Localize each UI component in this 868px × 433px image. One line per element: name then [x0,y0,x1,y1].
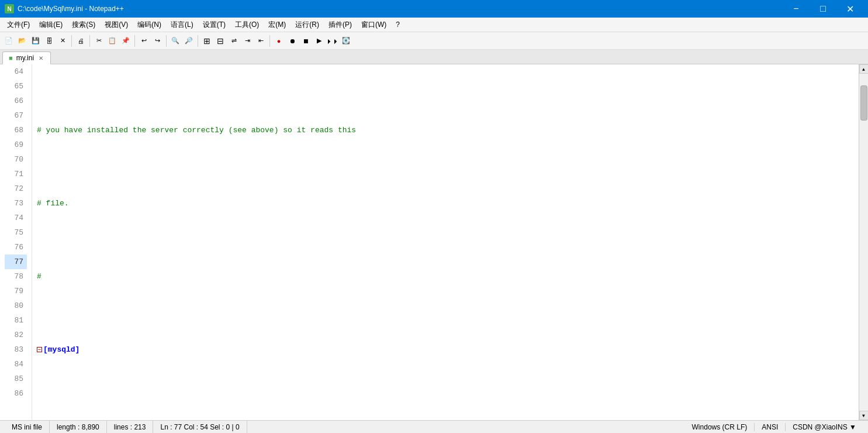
line-num-78: 78 [5,269,27,284]
close-button[interactable]: ✕ [836,0,863,18]
menu-edit[interactable]: 编辑(E) [34,19,67,31]
paste-button[interactable]: 📌 [119,35,132,47]
scroll-up-arrow[interactable]: ▲ [859,64,869,74]
save-button[interactable]: 💾 [29,35,42,47]
status-bar: MS ini file length : 8,890 lines : 213 L… [0,420,868,433]
macro-save-button[interactable]: 💽 [340,35,352,47]
line-num-72: 72 [5,181,27,196]
separator-4 [166,35,167,47]
marker-button[interactable]: ● [272,35,285,47]
menu-help[interactable]: ? [391,19,404,30]
menu-window[interactable]: 窗口(W) [357,19,391,31]
code-line-68 [32,415,859,420]
menu-encoding[interactable]: 编码(N) [133,19,166,31]
menu-file[interactable]: 文件(F) [2,19,34,31]
copy-button[interactable]: 📋 [106,35,119,47]
status-cursor: Ln : 77 Col : 54 Sel : 0 | 0 [153,421,247,433]
line-num-70: 70 [5,152,27,167]
line-num-76: 76 [5,240,27,255]
line-67-text: [mysqld] [43,342,79,357]
tab-label: my.ini [16,54,34,62]
title-bar: N C:\code\MySql\my.ini - Notepad++ − □ ✕ [0,0,868,18]
menu-tools[interactable]: 工具(O) [230,19,264,31]
macro-play-button[interactable]: ▶ [313,35,326,47]
scrollbar-vertical[interactable]: ▲ ▼ [859,64,868,420]
menu-search[interactable]: 搜索(S) [67,19,100,31]
line-num-85: 85 [5,372,27,386]
line-numbers: 64 65 66 67 68 69 70 71 72 73 74 75 76 7… [0,64,32,420]
separator-3 [134,35,135,47]
line-num-74: 74 [5,211,27,225]
line-num-75: 75 [5,225,27,240]
editor-area: 64 65 66 67 68 69 70 71 72 73 74 75 76 7… [0,64,868,420]
window-controls: − □ ✕ [783,0,863,18]
zoom-in-button[interactable]: ⊞ [200,35,213,47]
fold-marker-67[interactable]: − [37,347,42,352]
unindent-button[interactable]: ⇤ [254,35,267,47]
line-num-66: 66 [5,94,27,108]
word-wrap-button[interactable]: ⇌ [227,35,240,47]
line-num-77: 77 [5,255,27,269]
tab-my-ini[interactable]: ■ my.ini ✕ [2,51,51,64]
separator-2 [89,35,90,47]
status-encoding: ANSI [755,423,786,431]
new-file-button[interactable]: 📄 [2,35,15,47]
line-num-79: 79 [5,284,27,298]
status-cursor-text: Ln : 77 Col : 54 Sel : 0 | 0 [160,423,239,431]
redo-button[interactable]: ↪ [151,35,164,47]
menu-settings[interactable]: 设置(T) [198,19,230,31]
menu-macro[interactable]: 宏(M) [264,19,291,31]
line-64-text: # you have installed the server correctl… [37,123,356,138]
status-filetype: MS ini file [5,421,50,433]
macro-record-button[interactable]: ⏺ [286,35,299,47]
code-line-64: # you have installed the server correctl… [32,123,859,138]
line-num-82: 82 [5,328,27,342]
menu-plugins[interactable]: 插件(P) [324,19,357,31]
window-title: C:\code\MySql\my.ini - Notepad++ [18,5,783,13]
app-icon: N [5,4,14,13]
code-area[interactable]: # you have installed the server correctl… [32,64,859,420]
separator-6 [269,35,270,47]
maximize-button[interactable]: □ [810,0,836,18]
line-num-69: 69 [5,138,27,152]
indent-button[interactable]: ⇥ [241,35,254,47]
menu-view[interactable]: 视图(V) [100,19,133,31]
status-line-ending: Windows (CR LF) [685,423,755,431]
scrollbar-thumb[interactable] [860,85,867,121]
line-num-83: 83 [5,342,27,357]
zoom-out-button[interactable]: ⊟ [214,35,227,47]
status-length-text: length : 8,890 [57,423,99,431]
macro-loop-button[interactable]: ⏵⏵ [326,35,339,47]
line-num-67: 67 [5,108,27,123]
line-num-86: 86 [5,386,27,401]
line-num-68: 68 [5,123,27,138]
line-68-text [37,415,42,420]
line-num-73: 73 [5,196,27,211]
macro-stop-button[interactable]: ⏹ [299,35,312,47]
line-num-80: 80 [5,298,27,313]
tab-close-button[interactable]: ✕ [37,54,44,62]
undo-button[interactable]: ↩ [137,35,150,47]
status-length: length : 8,890 [50,421,107,433]
status-filetype-text: MS ini file [12,423,42,431]
find-button[interactable]: 🔍 [169,35,182,47]
line-num-71: 71 [5,167,27,181]
code-line-67: −[mysqld] [32,342,859,357]
tab-icon: ■ [9,54,13,61]
menu-language[interactable]: 语言(L) [166,19,198,31]
open-file-button[interactable]: 📂 [16,35,29,47]
status-extra: CSDN @XiaoINS ▼ [786,423,863,431]
line-65-text: # file. [37,196,69,211]
minimize-button[interactable]: − [783,0,810,18]
print-button[interactable]: 🖨 [74,35,87,47]
find-in-files-button[interactable]: 🔎 [182,35,195,47]
toolbar: 📄 📂 💾 🗄 ✕ 🖨 ✂ 📋 📌 ↩ ↪ 🔍 🔎 ⊞ ⊟ ⇌ ⇥ ⇤ ● ⏺ … [0,32,868,50]
separator-1 [71,35,72,47]
scroll-down-arrow[interactable]: ▼ [859,411,869,420]
close-button2[interactable]: ✕ [56,35,69,47]
menu-run[interactable]: 运行(R) [291,19,324,31]
code-content: # you have installed the server correctl… [32,64,859,420]
cut-button[interactable]: ✂ [92,35,105,47]
save-all-button[interactable]: 🗄 [43,35,56,47]
code-line-65: # file. [32,196,859,211]
